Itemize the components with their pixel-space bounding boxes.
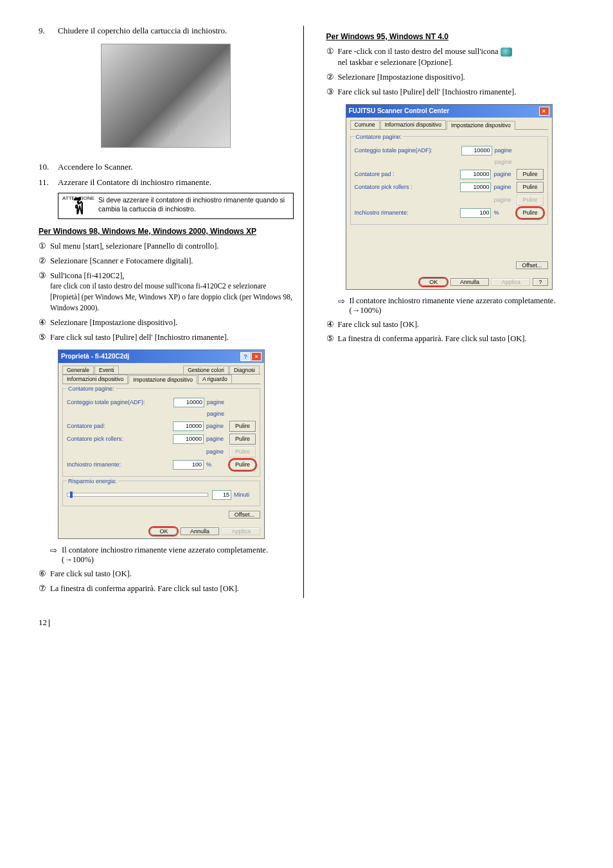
btn2-pulire-ink[interactable]: Pulire — [517, 208, 543, 218]
btn2-offset[interactable]: Offset... — [516, 261, 547, 269]
step-xp-4: Selezionare [Impostazione dispositivo]. — [50, 317, 294, 328]
circled-6: ⑥ — [39, 569, 50, 580]
attention-box: ATTENZIONE ฟ้ึ Si deve azzerare il conta… — [58, 193, 294, 219]
val-ink: 100 — [173, 460, 204, 470]
group-risparmio: Risparmio energia: — [67, 478, 118, 484]
val-pad: 10000 — [173, 421, 204, 431]
result-text: Il contatore inchiostro rimanente viene … — [62, 545, 294, 565]
val-minuti: 15 — [212, 490, 231, 500]
dialog2-title: FUJITSU Scanner Control Center — [349, 107, 450, 114]
r-result-text: Il contatore inchiostro rimanente viene … — [350, 296, 582, 315]
scanner-photo — [101, 44, 231, 148]
r-circled-1: ① — [326, 46, 338, 68]
energy-slider[interactable] — [67, 493, 208, 497]
lbl2-ink: Inchiostro rimanente: — [355, 209, 461, 216]
section-head-win95: Per Windows 95, Windows NT 4.0 — [326, 32, 582, 41]
step-text-10: Accendere lo Scanner. — [58, 162, 294, 172]
btn2-help[interactable]: ? — [533, 278, 547, 286]
btn-applica: Applica — [222, 527, 260, 535]
circled-1: ① — [39, 241, 50, 252]
r-step-5: La finestra di conferma apparirà. Fare c… — [338, 333, 582, 344]
btn-pulire-ink[interactable]: Pulire — [229, 459, 256, 470]
step-text-9: Chiudere il coperchio della cartuccia di… — [58, 26, 294, 36]
close-button-2[interactable]: × — [539, 107, 549, 116]
step-xp-5: Fare click sul tasto [Pulire] dell' [Inc… — [50, 332, 294, 343]
step-xp-7: La finestra di conferma apparirà. Fare c… — [50, 583, 294, 594]
lbl2-pick: Contatore pick rollers : — [355, 184, 461, 190]
unit-pagine: pagine — [207, 399, 229, 405]
lbl-total-adf: Conteggio totale pagine(ADF): — [67, 399, 173, 405]
lbl-ink: Inchiostro rimanente: — [67, 461, 173, 468]
lbl-pad: Contatore pad: — [67, 423, 173, 429]
tab-generale[interactable]: Generale — [62, 366, 94, 374]
group-contatore-pagine: Contatore pagine: — [67, 385, 116, 392]
btn-pulire-disabled: Pulire — [229, 447, 256, 457]
val2-ink: 100 — [460, 208, 491, 218]
group2-contatore: Contatore pagine: — [355, 134, 404, 140]
r-circled-3: ③ — [326, 87, 338, 98]
lbl2-total: Conteggio totale pagine(ADF): — [355, 147, 461, 154]
val2-pad: 10000 — [460, 170, 491, 179]
step-xp-3a: Sull'icona [fi-4120C2], — [50, 271, 124, 280]
result-arrow: ⇨ — [50, 545, 62, 565]
step-xp-3b: fare click con il tasto destro del mouse… — [50, 282, 292, 312]
close-button[interactable]: × — [251, 352, 262, 361]
help-button[interactable]: ? — [240, 352, 251, 361]
btn-pulire-pad[interactable]: Pulire — [229, 421, 256, 432]
properties-dialog: Proprietà - fi-4120C2dj ?× Generale Even… — [58, 350, 265, 539]
step-text-11: Azzerare il Contatore di inchiostro rima… — [58, 177, 294, 188]
r-step-4: Fare click sul tasto [OK]. — [338, 319, 582, 330]
btn2-pulire-disabled: Pulire — [517, 195, 543, 206]
val-total-adf: 10000 — [173, 398, 204, 407]
tab-eventi[interactable]: Eventi — [94, 366, 119, 374]
unit-pagine-blank: pagine — [207, 411, 229, 417]
scanner-tray-icon — [501, 48, 512, 57]
circled-7: ⑦ — [39, 583, 50, 594]
control-center-dialog: FUJITSU Scanner Control Center × Comune … — [346, 104, 553, 290]
step-number-11: 11. — [39, 177, 58, 188]
btn2-pulire-pick[interactable]: Pulire — [517, 182, 543, 193]
tab-a-riguardo[interactable]: A riguardo — [198, 375, 232, 384]
btn-offset[interactable]: Offset... — [229, 511, 260, 518]
r-circled-5: ⑤ — [326, 333, 338, 344]
step-xp-6: Fare click sul tasto [OK]. — [50, 569, 294, 580]
val2-total: 10000 — [461, 146, 492, 155]
step-xp-2: Selezionare [Scanner e Fotocamere digita… — [50, 256, 294, 267]
step-xp-1: Sul menu [start], selezionare [Pannello … — [50, 241, 294, 252]
r-step-1a: Fare -click con il tasto destro del mous… — [338, 47, 499, 56]
r-step-2: Selezionare [Impostazione dispositivo]. — [338, 72, 582, 83]
attention-text: Si deve azzerare il contatore di inchios… — [98, 196, 289, 216]
tab2-comune[interactable]: Comune — [350, 120, 380, 129]
tab-gestione-colori[interactable]: Gestione colori — [183, 366, 229, 374]
step-number-10: 10. — [39, 162, 58, 172]
btn-ok[interactable]: OK — [150, 527, 177, 535]
btn-annulla[interactable]: Annulla — [181, 527, 219, 535]
tab2-impostazione[interactable]: Impostazione dispositivo — [447, 121, 515, 130]
r-step-1b: nel taskbar e selezionare [Opzione]. — [338, 58, 453, 67]
tab-info-disp[interactable]: Informazioni dispositivo — [62, 375, 128, 384]
lbl-pick: Contatore pick rollers: — [67, 436, 173, 442]
val-pick: 10000 — [173, 434, 204, 444]
r-result-arrow: ⇨ — [338, 296, 350, 315]
btn2-annulla[interactable]: Annulla — [450, 278, 489, 286]
btn-pulire-pick[interactable]: Pulire — [229, 434, 256, 445]
tab2-info[interactable]: Informazioni dispositivo — [380, 120, 446, 129]
lbl2-pad: Contatore pad : — [355, 171, 461, 177]
page-number: 12 — [39, 617, 47, 627]
val2-pick: 10000 — [460, 182, 491, 192]
r-circled-4: ④ — [326, 319, 338, 330]
btn2-pulire-pad[interactable]: Pulire — [517, 169, 543, 180]
tab-impostazione[interactable]: Impostazione dispositivo — [129, 375, 197, 384]
circled-5: ⑤ — [39, 332, 50, 343]
r-step-3: Fare click sul tasto [Pulire] dell' [Inc… — [338, 87, 582, 98]
circled-4: ④ — [39, 317, 50, 328]
dialog-title: Proprietà - fi-4120C2dj — [61, 353, 129, 360]
step-number-9: 9. — [39, 26, 58, 36]
tab-diagnosi[interactable]: Diagnosi — [229, 366, 260, 374]
btn2-ok[interactable]: OK — [420, 278, 447, 286]
circled-2: ② — [39, 256, 50, 267]
r-circled-2: ② — [326, 72, 338, 83]
circled-3: ③ — [39, 270, 50, 314]
section-head-winxp: Per Windows 98, Windows Me, Windows 2000… — [39, 227, 294, 236]
attention-icon: ATTENZIONE ฟ้ึ — [62, 196, 94, 216]
